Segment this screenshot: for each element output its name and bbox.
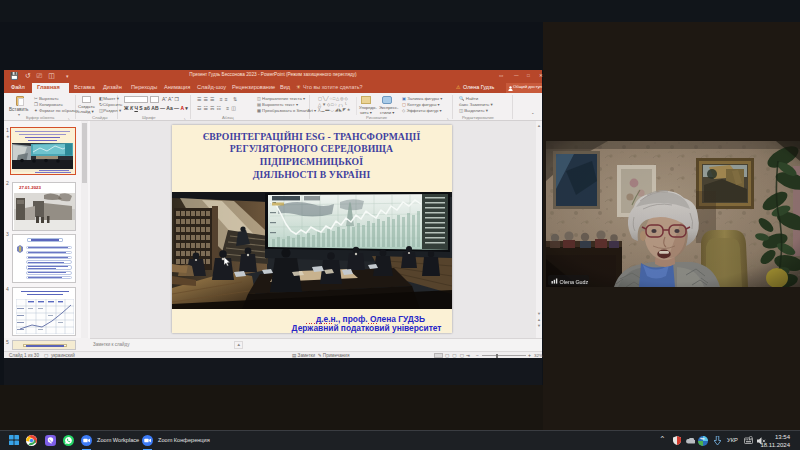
svg-text:Olena Gudz: Olena Gudz <box>560 279 589 285</box>
